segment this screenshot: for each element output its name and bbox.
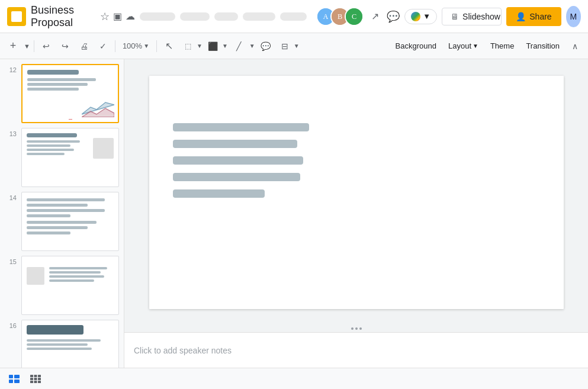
meet-button[interactable]: ▼ [404,9,437,24]
handle-dot-1 [351,327,354,330]
thumb-15-l3 [49,275,104,278]
monitor-icon: 🖥 [451,12,459,21]
menu-pill-4[interactable] [243,12,275,21]
shape-tools: ⬚ ▼ [179,38,203,54]
menu-pill-5[interactable] [280,12,307,21]
list-view-button[interactable] [5,369,24,388]
thumb-14-l7 [27,232,70,234]
slide-item-15[interactable]: 15 [5,256,119,315]
background-button[interactable]: Background [391,39,441,53]
slideshow-label: Slideshow [462,12,500,21]
slide-thumb-13[interactable] [21,128,119,187]
menu-pill-3[interactable] [214,12,238,21]
svg-rect-10 [30,378,33,380]
thumb-13-l4 [27,153,65,155]
cloud-icon[interactable]: ☁ [126,11,135,22]
slide-num-12: 12 [5,64,17,73]
slide-item-16[interactable]: 16 [5,320,119,368]
meet-label: ▼ [423,12,430,21]
thumb-14-l5 [27,221,97,224]
menu-pill-1[interactable] [140,12,175,21]
share-button[interactable]: 👤 Share [506,7,561,26]
thumb-13-l3 [27,149,74,151]
slide-canvas-area[interactable] [124,59,588,325]
thumb-13-content [22,128,118,163]
slideshow-main[interactable]: 🖥 Slideshow [442,8,502,25]
slideshow-button[interactable]: 🖥 Slideshow ▼ [442,8,502,25]
thumb-13-left [27,133,89,159]
slide-thumb-14[interactable] [21,192,119,251]
thumb-13-l2 [27,144,70,147]
image-tools: ⬛ ▼ [205,38,228,54]
spellcheck-button[interactable]: ✓ [95,38,111,54]
print-button[interactable]: 🖨 [76,38,92,54]
slide-thumb-15[interactable] [21,256,119,315]
chat-icon[interactable]: 💬 [387,7,400,26]
doc-title[interactable]: Business Proposal [31,4,93,29]
star-icon[interactable]: ☆ [100,10,110,23]
slide-panel: 12 [0,59,124,368]
thumb-12-chart [82,97,114,117]
grid-view-icon [30,375,41,383]
avatar-group [316,7,364,26]
slide-item-13[interactable]: 13 [5,128,119,187]
toolbar-sep-1 [34,40,34,52]
speaker-notes[interactable]: Click to add speaker notes [124,332,588,368]
thumb-16-l1 [27,339,101,342]
layout-chevron[interactable]: ▼ [294,43,300,49]
svg-rect-4 [9,380,13,383]
thumb-13-title [27,133,77,137]
add-chevron[interactable]: ▼ [24,43,30,50]
line-tool[interactable]: ╱ [230,38,247,54]
thumb-13-image [93,138,114,159]
layout-tool[interactable]: ⊟ [277,38,293,54]
image-tool[interactable]: ⬛ [205,38,221,54]
grid-view-button[interactable] [26,369,45,388]
cursor-tool[interactable]: ↖ [160,38,177,54]
select-tool[interactable]: ⬚ [179,38,196,54]
slide-thumb-12[interactable] [21,64,119,123]
image-chevron[interactable]: ▼ [222,43,228,49]
thumb-14-l1 [27,198,105,201]
thumb-16-title [27,325,83,335]
add-button[interactable]: + [5,38,21,54]
drive-icon[interactable]: ▣ [113,11,122,22]
thumb-12-line2 [27,83,88,86]
slide-line-4 [173,173,300,181]
trend-icon[interactable]: ↗ [368,7,382,26]
menu-pill-2[interactable] [180,12,210,21]
line-tools: ▼ [249,43,255,49]
slide-item-12[interactable]: 12 [5,64,119,123]
comment-tool[interactable]: 💬 [258,38,274,54]
menu-items [140,12,307,21]
thumb-12-line1 [27,78,96,81]
slide-canvas[interactable] [149,76,564,309]
slide-thumb-16[interactable] [21,320,119,368]
transition-button[interactable]: Transition [521,39,564,53]
layout-button[interactable]: Layout ▼ [444,39,483,53]
svg-rect-14 [34,381,37,383]
notes-handle-area[interactable] [124,325,588,332]
slide-num-15: 15 [5,256,17,265]
zoom-control[interactable]: 100% ▼ [119,40,153,52]
redo-button[interactable]: ↪ [57,38,73,54]
thumb-12-line3 [27,88,79,91]
thumb-15-l4 [49,279,94,282]
speaker-notes-placeholder[interactable]: Click to add speaker notes [134,346,232,355]
svg-rect-12 [38,378,41,380]
user-avatar[interactable]: M [566,6,581,27]
notes-handle [351,327,362,330]
line-chevron[interactable]: ▼ [249,43,255,49]
avatar-3 [345,7,364,26]
undo-button[interactable]: ↩ [38,38,54,54]
collapse-toolbar[interactable]: ∧ [567,38,583,54]
thumb-12-content [23,65,118,97]
svg-rect-6 [14,380,20,383]
share-label: Share [529,12,551,21]
shape-chevron[interactable]: ▼ [197,43,203,49]
svg-rect-3 [9,375,13,378]
thumb-15-l1 [49,267,107,269]
handle-dot-3 [359,327,362,330]
theme-button[interactable]: Theme [486,39,519,53]
slide-item-14[interactable]: 14 [5,192,119,251]
